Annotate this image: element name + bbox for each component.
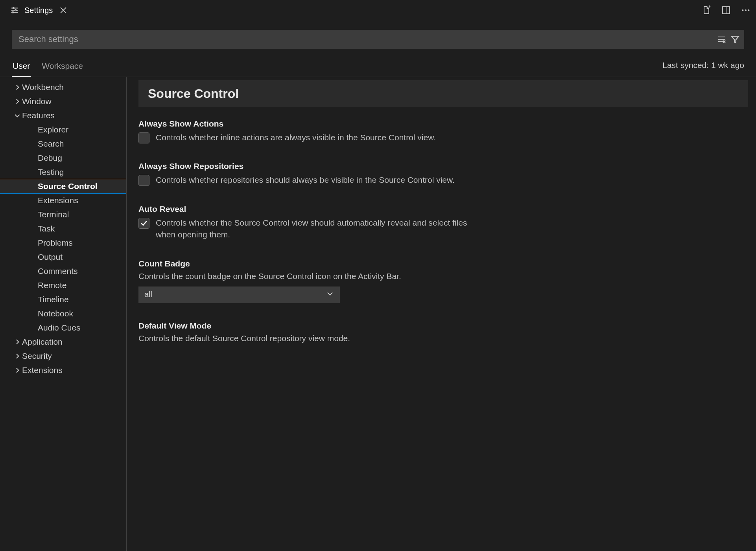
tree-item-workbench[interactable]: Workbench [0,80,126,94]
tree-item-label: Comments [38,266,78,276]
setting-title: Always Show Actions [138,119,748,129]
setting-checkbox[interactable] [138,132,149,143]
tree-item-explorer[interactable]: Explorer [0,123,126,137]
chevron-right-icon[interactable] [13,98,22,105]
tree-item-label: Workbench [22,83,64,92]
svg-point-3 [13,7,14,9]
tree-item-notebook[interactable]: Notebook [0,307,126,321]
chevron-right-icon[interactable] [13,353,22,360]
tree-item-label: Debug [38,153,62,163]
scope-tab-user[interactable]: User [12,58,31,77]
tree-item-testing[interactable]: Testing [0,165,126,179]
tree-item-label: Remote [38,281,67,290]
tree-item-window[interactable]: Window [0,94,126,108]
scope-row: User Workspace Last synced: 1 wk ago [0,54,756,77]
tree-item-debug[interactable]: Debug [0,151,126,165]
tree-item-search[interactable]: Search [0,137,126,151]
setting-description: Controls whether repositories should alw… [156,174,455,186]
setting-title: Default View Mode [138,321,748,331]
tree-item-terminal[interactable]: Terminal [0,208,126,222]
tree-item-label: Problems [38,238,73,248]
more-actions-button[interactable] [739,4,752,17]
titlebar: Settings [0,0,756,20]
search-input-wrap [12,30,744,49]
setting-select[interactable]: all [138,287,340,303]
tab-label: Settings [24,6,53,15]
tree-item-application[interactable]: Application [0,335,126,349]
tree-item-remote[interactable]: Remote [0,278,126,292]
tree-item-extensions[interactable]: Extensions [0,363,126,377]
setting-description: Controls whether inline actions are alwa… [156,132,436,143]
tree-item-output[interactable]: Output [0,250,126,264]
setting-description: Controls the default Source Control repo… [138,334,748,343]
tree-item-label: Audio Cues [38,323,81,332]
filter-icon[interactable] [730,35,740,44]
setting-checkbox[interactable] [138,175,149,186]
search-row [0,20,756,54]
scope-tabs: User Workspace [12,58,84,77]
tree-item-security[interactable]: Security [0,349,126,363]
svg-point-12 [748,9,750,11]
svg-point-11 [745,9,747,11]
tree-item-features[interactable]: Features [0,108,126,123]
setting-title: Always Show Repositories [138,162,748,171]
setting-item: Always Show ActionsControls whether inli… [138,115,748,158]
setting-item: Count BadgeControls the count badge on t… [138,255,748,317]
tree-item-label: Notebook [38,309,73,318]
svg-point-10 [742,9,744,11]
tree-item-label: Extensions [38,196,78,205]
chevron-right-icon[interactable] [13,84,22,91]
scope-tab-workspace[interactable]: Workspace [41,58,84,77]
tree-item-label: Terminal [38,210,69,219]
titlebar-actions [700,4,752,17]
svg-point-4 [15,9,16,11]
tree-item-label: Features [22,111,55,120]
tree-item-extensions[interactable]: Extensions [0,193,126,208]
tree-item-label: Source Control [38,182,98,191]
tree-item-timeline[interactable]: Timeline [0,292,126,307]
tree-item-problems[interactable]: Problems [0,236,126,250]
tree-item-label: Search [38,139,64,149]
tree-item-label: Extensions [22,365,63,375]
tree-item-label: Timeline [38,295,69,304]
chevron-right-icon[interactable] [13,338,22,345]
setting-item: Auto RevealControls whether the Source C… [138,200,748,255]
body-split: WorkbenchWindowFeaturesExplorerSearchDeb… [0,77,756,551]
tree-item-label: Testing [38,167,64,177]
close-tab-button[interactable] [58,5,68,15]
section-header: Source Control [138,80,748,107]
settings-content[interactable]: Source Control Always Show ActionsContro… [127,77,756,551]
setting-description: Controls whether the Source Control view… [156,217,486,241]
tree-item-audio-cues[interactable]: Audio Cues [0,321,126,335]
setting-title: Auto Reveal [138,204,748,214]
setting-description: Controls the count badge on the Source C… [138,272,748,281]
tree-item-label: Window [22,97,52,106]
svg-point-5 [12,12,13,13]
tree-item-label: Task [38,224,55,233]
editor-tab-settings[interactable]: Settings [4,0,75,20]
tree-item-label: Output [38,252,63,262]
search-settings-input[interactable] [16,30,717,48]
settings-tree[interactable]: WorkbenchWindowFeaturesExplorerSearchDeb… [0,77,127,551]
tree-item-label: Application [22,337,63,347]
tree-item-comments[interactable]: Comments [0,264,126,278]
chevron-right-icon[interactable] [13,367,22,374]
open-settings-json-button[interactable] [700,4,713,17]
chevron-down-icon[interactable] [13,112,22,119]
setting-title: Count Badge [138,259,748,268]
tree-item-label: Explorer [38,125,68,134]
select-value: all [144,290,152,299]
sync-status[interactable]: Last synced: 1 wk ago [662,61,744,75]
tree-item-label: Security [22,351,52,361]
settings-tab-icon [10,6,19,15]
setting-item: Always Show RepositoriesControls whether… [138,158,748,200]
setting-checkbox[interactable] [138,218,149,229]
tree-item-source-control[interactable]: Source Control [0,179,126,193]
clear-search-icon[interactable] [717,35,726,44]
split-editor-button[interactable] [720,4,732,17]
setting-item: Default View ModeControls the default So… [138,317,748,363]
tree-item-task[interactable]: Task [0,222,126,236]
chevron-down-icon [326,290,334,299]
